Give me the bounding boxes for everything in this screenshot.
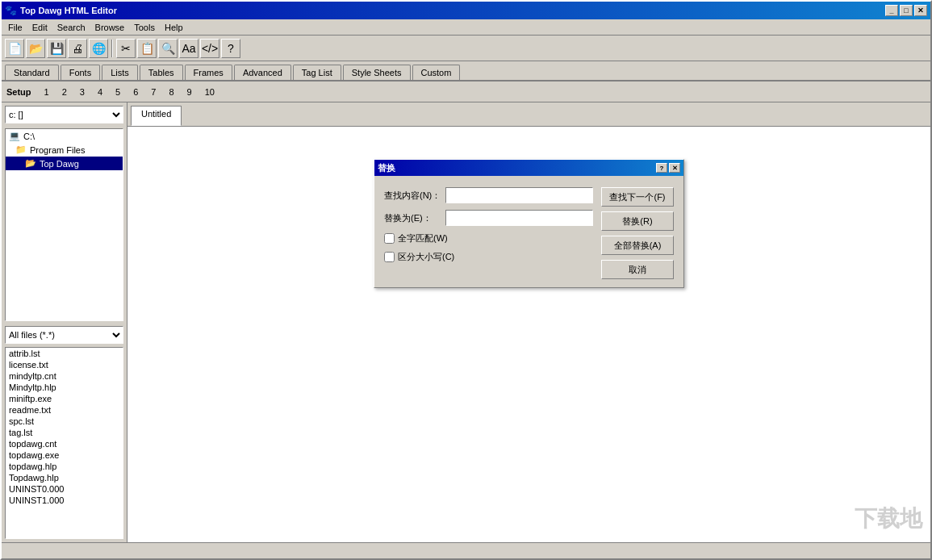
search-button[interactable]: 🔍 [158, 39, 178, 58]
help-button[interactable]: ? [221, 39, 240, 58]
replace-all-button[interactable]: 全部替换(A) [601, 236, 674, 255]
list-item[interactable]: Topdawg.hlp [6, 472, 123, 483]
menu-search[interactable]: Search [52, 21, 90, 34]
tab-frames[interactable]: Frames [185, 65, 232, 80]
tag-button[interactable]: </> [200, 39, 219, 58]
tree-item-programfiles[interactable]: 📁 Program Files [6, 143, 123, 157]
new-button[interactable]: 📄 [5, 39, 24, 58]
replace-label: 替换为(E)： [384, 212, 441, 224]
list-item[interactable]: UNINST1.000 [6, 495, 123, 506]
list-item[interactable]: topdawg.hlp [6, 461, 123, 472]
file-list: attrib.lst license.txt mindyltp.cnt Mind… [5, 347, 123, 540]
menu-browse[interactable]: Browse [90, 21, 130, 34]
setup-2[interactable]: 2 [62, 87, 67, 97]
app-window: 🐾 Top Dawg HTML Editor _ □ ✕ File Edit S… [0, 0, 932, 560]
list-item[interactable]: UNINST0.000 [6, 483, 123, 495]
status-bar [2, 542, 930, 558]
tree-label: Top Dawg [40, 159, 79, 169]
menu-edit[interactable]: Edit [27, 21, 52, 34]
tree-item-topdawg[interactable]: 📂 Top Dawg [6, 157, 123, 170]
match-case-checkbox[interactable] [384, 252, 395, 262]
tree-label: C:\ [23, 132, 35, 141]
maximize-button[interactable]: □ [900, 5, 913, 16]
list-item[interactable]: spc.lst [6, 416, 123, 427]
setup-4[interactable]: 4 [98, 87, 102, 97]
setup-7[interactable]: 7 [151, 87, 156, 97]
whole-word-label: 全字匹配(W) [398, 232, 448, 244]
menu-tools[interactable]: Tools [129, 21, 160, 34]
dialog-titlebar: 替换 ? ✕ [374, 160, 683, 176]
left-panel: c: [] 💻 C:\ 📁 Program Files 📂 Top Dawg A… [2, 102, 127, 542]
main-layout: c: [] 💻 C:\ 📁 Program Files 📂 Top Dawg A… [2, 102, 930, 542]
open-button[interactable]: 📂 [26, 39, 45, 58]
editor-area[interactable]: 替换 ? ✕ 查找内容(N)： [127, 127, 930, 542]
list-item[interactable]: readme.txt [6, 404, 123, 416]
list-item[interactable]: tag.lst [6, 427, 123, 438]
title-bar: 🐾 Top Dawg HTML Editor _ □ ✕ [2, 2, 930, 19]
setup-bar: Setup 1 2 3 4 5 6 7 8 9 10 [2, 81, 930, 102]
print-button[interactable]: 🖨 [68, 39, 87, 58]
menu-file[interactable]: File [3, 21, 27, 34]
title-controls: _ □ ✕ [885, 5, 927, 16]
menu-bar: File Edit Search Browse Tools Help [2, 19, 930, 36]
dialog-close-button[interactable]: ✕ [669, 163, 680, 173]
tab-lists[interactable]: Lists [102, 65, 138, 80]
setup-9[interactable]: 9 [187, 87, 192, 97]
dialog-overlay: 替换 ? ✕ 查找内容(N)： [127, 127, 930, 542]
list-item[interactable]: topdawg.cnt [6, 438, 123, 449]
copy-button[interactable]: 📋 [137, 39, 157, 58]
dialog-form: 查找内容(N)： 替换为(E)： 全字匹配(W) [384, 187, 593, 279]
setup-1[interactable]: 1 [44, 87, 49, 97]
list-item[interactable]: attrib.lst [6, 348, 123, 359]
file-type-select[interactable]: All files (*.*) [5, 326, 123, 344]
close-button[interactable]: ✕ [914, 5, 927, 16]
match-case-label: 区分大小写(C) [398, 251, 454, 263]
folder-icon: 💻 [9, 131, 20, 141]
find-input[interactable] [445, 187, 593, 203]
app-icon: 🐾 [5, 5, 17, 16]
tab-stylesheets[interactable]: Style Sheets [343, 65, 411, 80]
dialog-title-controls: ? ✕ [656, 163, 680, 173]
dialog-help-button[interactable]: ? [656, 163, 667, 173]
replace-dialog: 替换 ? ✕ 查找内容(N)： [374, 159, 684, 288]
tab-taglist[interactable]: Tag List [293, 65, 341, 80]
list-item[interactable]: mindyltp.cnt [6, 370, 123, 382]
minimize-button[interactable]: _ [885, 5, 898, 16]
drive-select[interactable]: c: [] [5, 106, 123, 123]
app-title: Top Dawg HTML Editor [20, 6, 117, 15]
tab-advanced[interactable]: Advanced [234, 65, 291, 80]
tab-fonts[interactable]: Fonts [61, 65, 101, 80]
tab-tables[interactable]: Tables [140, 65, 183, 80]
tab-custom[interactable]: Custom [412, 65, 461, 80]
format-button[interactable]: Aa [179, 39, 199, 58]
replace-input[interactable] [445, 210, 593, 226]
menu-help[interactable]: Help [160, 21, 188, 34]
list-item[interactable]: Mindyltp.hlp [6, 382, 123, 393]
setup-3[interactable]: 3 [80, 87, 85, 97]
doc-tab-untitled[interactable]: Untitled [131, 106, 182, 126]
folder-icon: 📁 [15, 144, 27, 155]
whole-word-row: 全字匹配(W) [384, 232, 593, 244]
save-button[interactable]: 💾 [47, 39, 66, 58]
find-next-button[interactable]: 查找下一个(F) [601, 187, 674, 207]
list-item[interactable]: topdawg.exe [6, 449, 123, 461]
find-row: 查找内容(N)： [384, 187, 593, 203]
cancel-button[interactable]: 取消 [601, 260, 674, 279]
tree-item-c[interactable]: 💻 C:\ [6, 129, 123, 143]
content-area: Untitled 替换 ? ✕ [127, 102, 930, 542]
setup-6[interactable]: 6 [133, 87, 138, 97]
setup-5[interactable]: 5 [115, 87, 120, 97]
list-item[interactable]: license.txt [6, 359, 123, 370]
replace-button[interactable]: 替换(R) [601, 211, 674, 231]
match-case-row: 区分大小写(C) [384, 251, 593, 263]
cut-button[interactable]: ✂ [116, 39, 136, 58]
toolbar-main: 📄 📂 💾 🖨 🌐 ✂ 📋 🔍 Aa </> ? [2, 36, 930, 61]
setup-8[interactable]: 8 [169, 87, 173, 97]
tab-standard[interactable]: Standard [5, 65, 59, 80]
setup-10[interactable]: 10 [205, 87, 215, 97]
list-item[interactable]: miniftp.exe [6, 393, 123, 404]
whole-word-checkbox[interactable] [384, 233, 395, 244]
globe-button[interactable]: 🌐 [89, 39, 108, 58]
dialog-body: 查找内容(N)： 替换为(E)： 全字匹配(W) [374, 176, 683, 287]
folder-open-icon: 📂 [25, 158, 36, 169]
